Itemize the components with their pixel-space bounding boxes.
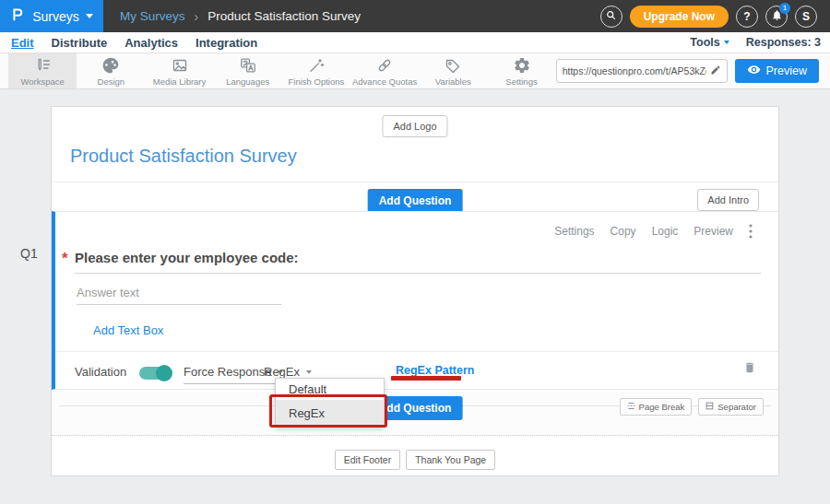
- workspace-icon: [33, 56, 52, 75]
- survey-card: Add Logo Product Satisfaction Survey Add…: [51, 106, 779, 476]
- settings-icon: [513, 56, 531, 75]
- chevron-down-icon: [724, 41, 729, 44]
- search-button[interactable]: [600, 6, 622, 28]
- add-logo-button[interactable]: Add Logo: [382, 115, 447, 137]
- separator-label: Separator: [717, 402, 756, 412]
- required-asterisk: *: [62, 250, 68, 268]
- question-text[interactable]: Please enter your employee code:: [75, 250, 299, 265]
- tools-menu[interactable]: Tools: [690, 36, 729, 49]
- toolbar-item-languages[interactable]: Languages: [214, 53, 282, 88]
- toolbar-item-media-library[interactable]: Media Library: [145, 53, 213, 88]
- avatar-initial: S: [802, 10, 810, 23]
- menu-option-regex[interactable]: RegEx: [276, 400, 384, 427]
- question-number: Q1: [20, 246, 38, 261]
- validation-divider: [55, 351, 778, 352]
- breadcrumb-current-survey: Product Satisfaction Survey: [208, 9, 361, 23]
- help-icon: ?: [743, 10, 750, 23]
- toolbar: Workspace Design Media Library Languages…: [0, 53, 830, 89]
- toolbar-item-workspace[interactable]: Workspace: [8, 53, 77, 88]
- toolbar-item-label: Workspace: [20, 76, 64, 87]
- question-block: Settings Copy Logic Preview * Please ent…: [52, 211, 778, 390]
- questionpro-logo-icon: [10, 6, 26, 26]
- question-preview-link[interactable]: Preview: [694, 225, 733, 238]
- breadcrumb: My Surveys › Product Satisfaction Survey: [120, 9, 361, 24]
- tab-analytics[interactable]: Analytics: [125, 36, 178, 50]
- thank-you-page-button[interactable]: Thank You Page: [406, 450, 495, 470]
- variables-icon: [444, 56, 462, 75]
- surveys-menu[interactable]: Surveys: [0, 0, 103, 32]
- toolbar-item-settings[interactable]: Settings: [487, 53, 555, 88]
- responses-link[interactable]: Responses: 3: [746, 36, 821, 49]
- separator-icon: [706, 402, 714, 412]
- kebab-menu-icon[interactable]: [749, 224, 753, 239]
- toolbar-item-label: Variables: [435, 76, 471, 87]
- between-questions-strip: Add Question Page Break Separator: [52, 391, 778, 436]
- validation-type-dropdown[interactable]: RegEx: [264, 365, 312, 379]
- question-copy-link[interactable]: Copy: [611, 225, 636, 238]
- search-icon: [605, 9, 617, 24]
- header-actions: Upgrade Now ? 1 S: [600, 6, 830, 28]
- avatar[interactable]: S: [795, 6, 817, 28]
- chevron-down-icon: [306, 370, 312, 374]
- languages-icon: [239, 56, 257, 75]
- tools-label: Tools: [690, 36, 719, 49]
- validation-toggle[interactable]: [139, 367, 171, 380]
- footer-buttons: Edit Footer Thank You Page: [52, 450, 778, 470]
- advance-quotas-icon: [375, 56, 394, 75]
- strip-buttons: Page Break Separator: [620, 398, 764, 416]
- toolbar-item-label: Finish Options: [289, 76, 345, 87]
- notifications-button[interactable]: 1: [765, 6, 788, 28]
- tab-distribute[interactable]: Distribute: [52, 36, 108, 50]
- question-settings-link[interactable]: Settings: [554, 225, 594, 238]
- tab-edit[interactable]: Edit: [11, 36, 34, 50]
- toolbar-item-design[interactable]: Design: [77, 53, 145, 88]
- surveys-menu-label: Surveys: [32, 9, 79, 24]
- delete-question-button[interactable]: [743, 360, 756, 379]
- add-intro-button[interactable]: Add Intro: [697, 189, 759, 211]
- question-text-underline: [75, 273, 761, 274]
- toolbar-item-label: Media Library: [153, 76, 207, 87]
- toolbar-item-label: Settings: [505, 76, 537, 87]
- toolbar-item-label: Languages: [226, 76, 269, 87]
- page-break-label: Page Break: [639, 402, 685, 412]
- menu-option-default[interactable]: Default: [276, 379, 384, 400]
- page-break-button[interactable]: Page Break: [620, 398, 693, 416]
- edit-footer-button[interactable]: Edit Footer: [335, 450, 400, 470]
- eye-icon: [747, 63, 761, 79]
- preview-button[interactable]: Preview: [735, 59, 819, 83]
- answer-input-line: [77, 304, 281, 305]
- upgrade-now-button[interactable]: Upgrade Now: [630, 6, 729, 28]
- add-text-box-link[interactable]: Add Text Box: [93, 323, 163, 337]
- add-question-button-top[interactable]: Add Question: [368, 189, 463, 213]
- toolbar-item-label: Design: [98, 76, 125, 87]
- screen: Surveys My Surveys › Product Satisfactio…: [0, 0, 830, 504]
- finish-options-icon: [307, 56, 326, 75]
- design-icon: [101, 56, 120, 75]
- tab-integration[interactable]: Integration: [196, 36, 257, 50]
- toolbar-item-finish-options[interactable]: Finish Options: [282, 53, 350, 88]
- regex-pattern-link[interactable]: RegEx Pattern: [396, 364, 474, 377]
- help-button[interactable]: ?: [736, 6, 758, 28]
- nav-tabs: Edit Distribute Analytics Integration: [11, 36, 257, 50]
- question-actions: Settings Copy Logic Preview: [554, 224, 753, 239]
- breadcrumb-separator: ›: [195, 9, 199, 24]
- toolbar-item-variables[interactable]: Variables: [419, 53, 487, 88]
- sub-nav: Edit Distribute Analytics Integration To…: [0, 32, 830, 53]
- page-break-icon: [627, 402, 635, 412]
- validation-type-value: RegEx: [264, 365, 300, 379]
- toolbar-item-advance-quotas[interactable]: Advance Quotas: [350, 53, 419, 88]
- top-header: Surveys My Surveys › Product Satisfactio…: [0, 0, 830, 32]
- toolbar-item-label: Advance Quotas: [352, 76, 417, 87]
- separator-button[interactable]: Separator: [698, 398, 764, 416]
- edit-url-pencil-icon[interactable]: [710, 63, 721, 79]
- toggle-knob: [156, 365, 172, 381]
- validation-type-menu: Default RegEx: [275, 378, 385, 428]
- nav-right: Tools Responses: 3: [690, 36, 821, 49]
- breadcrumb-my-surveys[interactable]: My Surveys: [120, 9, 185, 23]
- question-logic-link[interactable]: Logic: [652, 225, 679, 238]
- survey-url-input[interactable]: [563, 65, 706, 76]
- answer-text-placeholder[interactable]: Answer text: [77, 286, 139, 299]
- notification-badge: 1: [779, 3, 790, 14]
- validation-label: Validation: [75, 365, 126, 379]
- survey-title[interactable]: Product Satisfaction Survey: [70, 146, 297, 167]
